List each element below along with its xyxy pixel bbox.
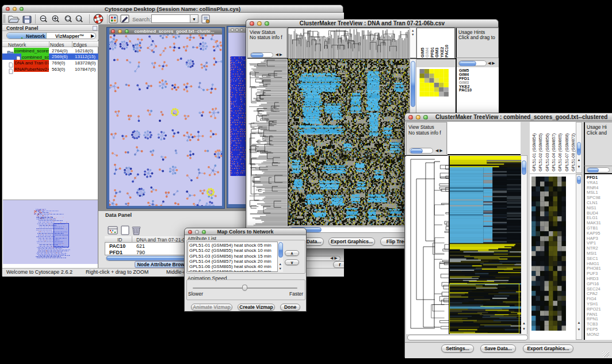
svg-text:GPL51-02 (GSM855): GPL51-02 (GSM855) — [538, 133, 543, 171]
svg-text:GPL51-06 (GSM865): GPL51-06 (GSM865) — [558, 133, 563, 171]
svg-text:GPL51-04 (GSM857): GPL51-04 (GSM857) — [552, 133, 556, 171]
svg-text:GPL51-01 (GSM854): GPL51-01 (GSM854) — [532, 133, 537, 171]
svg-text:GIM5: GIM5 — [420, 48, 424, 58]
svg-text:GIM3: GIM3 — [435, 48, 439, 58]
svg-text:GIM4: GIM4 — [425, 48, 429, 58]
svg-text:PFD1: PFD1 — [430, 47, 434, 58]
svg-text:GPL51-03 (GSM856): GPL51-03 (GSM856) — [545, 133, 550, 171]
svg-text:GPL51-08 (GSM872): GPL51-08 (GSM872) — [571, 133, 576, 171]
svg-text:PAC10: PAC10 — [445, 45, 449, 58]
svg-text:1:1: 1:1 — [76, 17, 81, 20]
svg-text:GPL51-07 (GSM868): GPL51-07 (GSM868) — [565, 133, 569, 171]
svg-text:YKE2: YKE2 — [440, 47, 444, 58]
